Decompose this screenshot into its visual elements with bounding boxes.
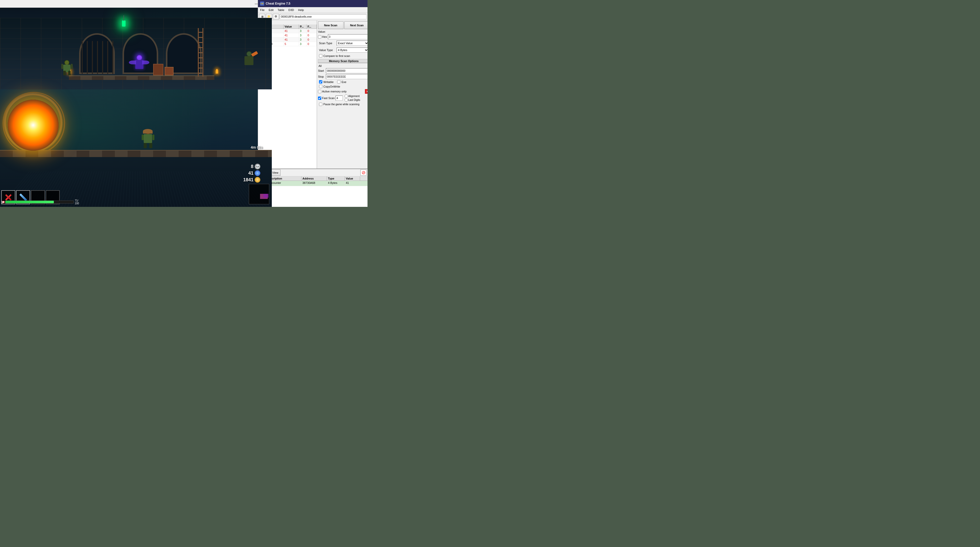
stop-icon: ⊘ (362, 170, 366, 175)
value-input[interactable] (328, 34, 368, 39)
memory-stop-row: Stop (318, 74, 368, 79)
ce-main-content: Found: 4 Address Value P... F... 38730A6… (258, 21, 368, 207)
computer-icon: 🖥 (261, 15, 264, 18)
memory-scan-options-label: Memory Scan Options (318, 59, 368, 64)
last-digits-label: Last Digits (348, 99, 360, 101)
all-label: All (318, 64, 368, 67)
addr-row1-type: 4 Bytes (327, 181, 345, 186)
active-memory-checkbox[interactable] (318, 90, 321, 93)
value-type-select[interactable]: 4 Bytes 1 Byte 2 Bytes 8 Bytes Float Dou… (337, 48, 368, 53)
stop-button[interactable]: ⊘ (360, 169, 366, 176)
process-name: 000018F8-deadcells.exe (281, 15, 312, 18)
menu-table[interactable]: Table (277, 8, 285, 12)
addr-row1-value: 41 (345, 181, 360, 186)
scan-buttons-row: New Scan Next Scan (318, 21, 368, 29)
row1-first: 0 (307, 29, 317, 33)
hex-checkbox[interactable] (318, 35, 321, 38)
game-content: 4m 02s 8 💀 41 1841 (0, 8, 272, 207)
fast-scan-row: Fast Scan Alignment Last Digits (318, 94, 368, 102)
hex-label: Hex (322, 35, 327, 38)
writable-checkbox[interactable] (319, 80, 322, 83)
menu-edit[interactable]: Edit (268, 8, 275, 12)
health-bar-background (5, 201, 74, 204)
last-digits-row: Last Digits (345, 98, 360, 102)
scan-type-row: Scan Type Exact Value Bigger than... Sma… (318, 40, 368, 46)
new-scan-button[interactable]: New Scan (318, 21, 344, 29)
row2-prev: 3 (299, 33, 307, 37)
next-scan-button[interactable]: Next Scan (344, 21, 368, 29)
alignment-radios: Alignment Last Digits (345, 94, 360, 102)
scan-type-label: Scan Type (319, 41, 336, 45)
copy-on-write-checkbox[interactable] (319, 85, 322, 88)
alignment-radio[interactable] (345, 94, 348, 98)
active-memory-x-button[interactable]: ✕ (365, 89, 368, 94)
row2-first: 0 (307, 33, 317, 37)
row4-value: 5 (283, 42, 299, 46)
game-timer: 4m 02s (251, 145, 263, 149)
row3-first: 0 (307, 38, 317, 41)
row2-value: 41 (283, 33, 299, 37)
memory-start-row: Start (318, 68, 368, 73)
pause-scan-row: Pause the game while scanning (318, 102, 368, 106)
memory-start-input[interactable] (326, 68, 368, 73)
addr-row1-address: 38730A68 (301, 181, 327, 186)
skull-currency: 8 💀 (251, 164, 260, 169)
value-label: Value: (318, 30, 368, 33)
col-prev: P... (299, 24, 307, 29)
bottom-toolbar: Memory View ⊘ (258, 169, 368, 177)
skull-icon: 💀 (255, 164, 260, 169)
active-memory-row: Active memory only ✕ (318, 89, 368, 94)
toolbar-settings-btn[interactable]: ⚙ (273, 14, 279, 19)
fast-scan-input[interactable] (336, 96, 343, 100)
health-bar-container: 1 71/ 100 (1, 199, 83, 205)
alignment-row: Alignment (345, 94, 360, 98)
value-input-row: Hex (318, 34, 368, 39)
value-type-row: Value Type 4 Bytes 1 Byte 2 Bytes 8 Byte… (318, 47, 368, 53)
menu-file[interactable]: File (259, 8, 266, 12)
addr-col-value: Value (345, 177, 360, 180)
menu-d3d[interactable]: D3D (287, 8, 295, 12)
scan-type-select[interactable]: Exact Value Bigger than... Smaller than.… (337, 41, 368, 46)
ce-title-bar: CE Cheat Engine 7.5 (258, 0, 368, 7)
active-memory-label: Active memory only (322, 90, 347, 93)
exe-row: Exe (336, 80, 347, 84)
health-bar-fill (5, 201, 54, 203)
fast-scan-label: Fast Scan (322, 97, 335, 100)
value-type-label: Value Type (319, 48, 336, 52)
col-value: Value (283, 24, 299, 29)
alignment-label: Alignment (348, 95, 360, 97)
writable-label: Writable (323, 80, 334, 83)
row1-prev: 3 (299, 29, 307, 33)
settings-icon: ⚙ (275, 15, 277, 18)
row4-first: 0 (307, 42, 317, 46)
exe-checkbox[interactable] (337, 80, 340, 83)
game-title-bar: — □ ✕ (0, 0, 272, 8)
pause-scan-checkbox[interactable] (319, 103, 322, 106)
game-window: — □ ✕ (0, 0, 272, 207)
process-name-bar: 000018F8-deadcells.exe (280, 14, 366, 19)
portal (8, 100, 59, 151)
start-label: Start (318, 69, 325, 72)
row4-prev: 3 (299, 42, 307, 46)
ce-menu-bar: File Edit Table D3D Help (258, 7, 368, 13)
row1-value: 41 (283, 29, 299, 33)
row3-value: 41 (283, 38, 299, 41)
player-level: 1 (1, 200, 3, 204)
ce-toolbar: 🖥 📁 ⚙ 000018F8-deadcells.exe (258, 13, 368, 21)
menu-help[interactable]: Help (297, 8, 305, 12)
addr-col-address: Address (301, 177, 327, 180)
writable-exe-row: Writable Exe (318, 80, 368, 84)
writable-row: Writable (318, 80, 334, 84)
ce-logo-icon: CE (260, 2, 264, 6)
ce-title: Cheat Engine 7.5 (266, 2, 290, 5)
fast-scan-checkbox[interactable] (318, 97, 321, 100)
memory-stop-input[interactable] (326, 74, 368, 79)
address-table-row[interactable]: cell counter 38730A68 4 Bytes 41 (258, 181, 368, 186)
skull-count: 8 (251, 164, 253, 169)
stop-label: Stop (318, 75, 325, 78)
health-text: 71/ 100 (75, 199, 83, 205)
compare-first-scan-checkbox[interactable] (319, 54, 322, 57)
copy-on-write-label: CopyOnWrite (323, 85, 340, 88)
last-digits-radio[interactable] (345, 98, 348, 102)
ce-bottom-area: Memory View ⊘ Active Description Address… (258, 169, 368, 207)
